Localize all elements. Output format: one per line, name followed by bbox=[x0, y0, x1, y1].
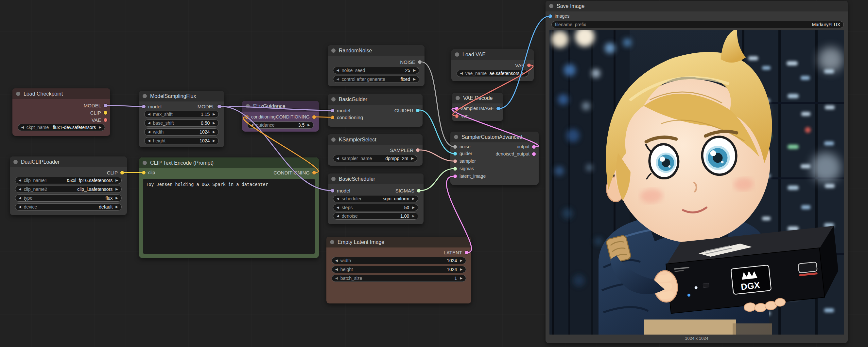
generated-image-preview[interactable]: DGX bbox=[550, 30, 844, 335]
node-vae-decode[interactable]: VAE Decode samples IMAGE vae bbox=[452, 93, 503, 121]
collapse-dot[interactable] bbox=[331, 138, 336, 142]
arrow-right-icon[interactable]: ▶ bbox=[412, 206, 415, 209]
arrow-left-icon[interactable]: ◀ bbox=[335, 259, 338, 262]
arrow-right-icon[interactable]: ▶ bbox=[213, 121, 215, 125]
collapse-dot[interactable] bbox=[331, 97, 336, 102]
widget-type[interactable]: ◀ type flux ▶ bbox=[15, 195, 122, 202]
guider-port-dot[interactable] bbox=[416, 109, 420, 112]
node-save-image[interactable]: Save Image images filename_prefix Markur… bbox=[546, 1, 848, 343]
arrow-left-icon[interactable]: ◀ bbox=[148, 139, 150, 142]
collapse-dot[interactable] bbox=[143, 94, 147, 98]
collapse-dot[interactable] bbox=[454, 135, 458, 139]
arrow-left-icon[interactable]: ◀ bbox=[460, 72, 463, 75]
widget-base-shift[interactable]: ◀ base_shift 0.50 ▶ bbox=[144, 119, 219, 127]
node-header[interactable]: Load Checkpoint bbox=[12, 88, 110, 99]
node-header[interactable]: SamplerCustomAdvanced bbox=[451, 132, 539, 142]
arrow-right-icon[interactable]: ▶ bbox=[460, 259, 462, 262]
widget-height[interactable]: ◀ height 1024 ▶ bbox=[144, 137, 219, 144]
latent-port-dot[interactable] bbox=[532, 145, 536, 149]
arrow-right-icon[interactable]: ▶ bbox=[413, 69, 416, 72]
arrow-left-icon[interactable]: ◀ bbox=[19, 205, 21, 208]
widget-denoise[interactable]: ◀ denoise 1.00 ▶ bbox=[333, 212, 418, 220]
vae-port-dot[interactable] bbox=[527, 63, 531, 67]
widget-batch-size[interactable]: ◀ batch_size 1 ▶ bbox=[332, 274, 466, 282]
node-basic-guider[interactable]: BasicGuider model conditioning GUIDER bbox=[328, 94, 423, 127]
conditioning-port-dot[interactable] bbox=[245, 115, 249, 119]
arrow-right-icon[interactable]: ▶ bbox=[213, 113, 215, 116]
collapse-dot[interactable] bbox=[331, 49, 336, 53]
collapse-dot[interactable] bbox=[549, 4, 553, 8]
node-header[interactable]: ModelSamplingFlux bbox=[139, 91, 224, 102]
node-header[interactable]: CLIP Text Encode (Prompt) bbox=[139, 157, 319, 168]
guider-port-dot[interactable] bbox=[453, 152, 457, 155]
conditioning-port-dot[interactable] bbox=[312, 171, 316, 174]
widget-control-after-generate[interactable]: ◀ control after generate fixed ▶ bbox=[333, 76, 419, 83]
arrow-left-icon[interactable]: ◀ bbox=[335, 277, 338, 280]
widget-filename-prefix[interactable]: filename_prefix MarkuryFLUX bbox=[551, 21, 844, 28]
arrow-right-icon[interactable]: ▶ bbox=[522, 72, 525, 75]
collapse-dot[interactable] bbox=[16, 92, 20, 96]
node-random-noise[interactable]: RandomNoise NOISE ◀ noise_seed 25 ▶ ◀ co… bbox=[328, 45, 425, 86]
latent-port-dot[interactable] bbox=[532, 152, 536, 156]
prompt-textarea[interactable]: Toy Jensen holding a DGX Spark in a data… bbox=[143, 179, 315, 254]
node-load-checkpoint[interactable]: Load Checkpoint MODEL CLIP VAE ◀ ckpt_na… bbox=[12, 88, 110, 136]
widget-vae-name[interactable]: ◀ vae_name ae.safetensors ▶ bbox=[457, 70, 529, 77]
arrow-right-icon[interactable]: ▶ bbox=[99, 126, 101, 129]
arrow-left-icon[interactable]: ◀ bbox=[148, 130, 150, 134]
widget-noise-seed[interactable]: ◀ noise_seed 25 ▶ bbox=[333, 67, 419, 74]
widget-sampler-name[interactable]: ◀ sampler_name dpmpp_2m ▶ bbox=[333, 155, 417, 162]
arrow-right-icon[interactable]: ▶ bbox=[460, 277, 462, 280]
arrow-right-icon[interactable]: ▶ bbox=[213, 130, 215, 134]
node-header[interactable]: Empty Latent Image bbox=[327, 237, 471, 248]
widget-scheduler[interactable]: ◀ scheduler sgm_uniform ▶ bbox=[333, 195, 418, 202]
node-header[interactable]: KSamplerSelect bbox=[328, 134, 423, 145]
node-header[interactable]: BasicScheduler bbox=[328, 173, 424, 184]
arrow-right-icon[interactable]: ▶ bbox=[116, 196, 118, 200]
arrow-left-icon[interactable]: ◀ bbox=[251, 123, 253, 127]
arrow-left-icon[interactable]: ◀ bbox=[148, 121, 150, 125]
conditioning-port-dot[interactable] bbox=[331, 116, 334, 119]
node-dual-clip-loader[interactable]: DualCLIPLoader CLIP ◀ clip_name1 t5xxl_f… bbox=[10, 156, 127, 215]
collapse-dot[interactable] bbox=[331, 177, 336, 181]
model-port-dot[interactable] bbox=[331, 189, 334, 193]
arrow-right-icon[interactable]: ▶ bbox=[116, 179, 118, 182]
arrow-left-icon[interactable]: ◀ bbox=[337, 69, 339, 72]
arrow-left-icon[interactable]: ◀ bbox=[19, 187, 21, 191]
node-header[interactable]: Save Image bbox=[546, 1, 848, 11]
arrow-right-icon[interactable]: ▶ bbox=[413, 78, 416, 81]
sampler-port-dot[interactable] bbox=[453, 160, 457, 163]
node-sampler-custom-advanced[interactable]: SamplerCustomAdvanced noise guider sampl… bbox=[451, 132, 539, 185]
node-header[interactable]: RandomNoise bbox=[328, 45, 425, 56]
sigmas-port-dot[interactable] bbox=[453, 167, 457, 171]
arrow-right-icon[interactable]: ▶ bbox=[412, 197, 415, 200]
conditioning-port-dot[interactable] bbox=[312, 115, 316, 119]
vae-port-dot[interactable] bbox=[104, 118, 107, 122]
collapse-dot[interactable] bbox=[456, 96, 460, 100]
sigmas-port-dot[interactable] bbox=[417, 189, 421, 193]
arrow-left-icon[interactable]: ◀ bbox=[19, 196, 21, 200]
widget-guidance[interactable]: ◀ guidance 3.5 ▶ bbox=[247, 121, 314, 129]
collapse-dot[interactable] bbox=[455, 52, 459, 57]
arrow-right-icon[interactable]: ▶ bbox=[116, 187, 118, 191]
arrow-right-icon[interactable]: ▶ bbox=[116, 205, 118, 208]
arrow-right-icon[interactable]: ▶ bbox=[412, 214, 415, 218]
node-header[interactable]: VAE Decode bbox=[452, 93, 503, 104]
arrow-right-icon[interactable]: ▶ bbox=[213, 139, 215, 142]
model-port-dot[interactable] bbox=[142, 105, 146, 108]
widget-width[interactable]: ◀ width 1024 ▶ bbox=[332, 257, 466, 264]
node-graph-canvas[interactable]: Load Checkpoint MODEL CLIP VAE ◀ ckpt_na… bbox=[0, 0, 868, 347]
collapse-dot[interactable] bbox=[330, 240, 334, 244]
arrow-left-icon[interactable]: ◀ bbox=[337, 157, 339, 160]
arrow-left-icon[interactable]: ◀ bbox=[337, 206, 339, 209]
noise-port-dot[interactable] bbox=[453, 145, 457, 149]
collapse-dot[interactable] bbox=[143, 161, 147, 165]
noise-port-dot[interactable] bbox=[418, 60, 422, 64]
image-port-dot[interactable] bbox=[549, 15, 552, 18]
node-header[interactable]: FluxGuidance bbox=[242, 101, 319, 112]
node-model-sampling-flux[interactable]: ModelSamplingFlux model MODEL ◀ max_shif… bbox=[139, 91, 224, 147]
widget-width[interactable]: ◀ width 1024 ▶ bbox=[144, 128, 219, 136]
collapse-dot[interactable] bbox=[13, 160, 18, 164]
widget-device[interactable]: ◀ device default ▶ bbox=[15, 203, 122, 210]
sampler-port-dot[interactable] bbox=[416, 148, 420, 152]
node-header[interactable]: BasicGuider bbox=[328, 94, 423, 105]
